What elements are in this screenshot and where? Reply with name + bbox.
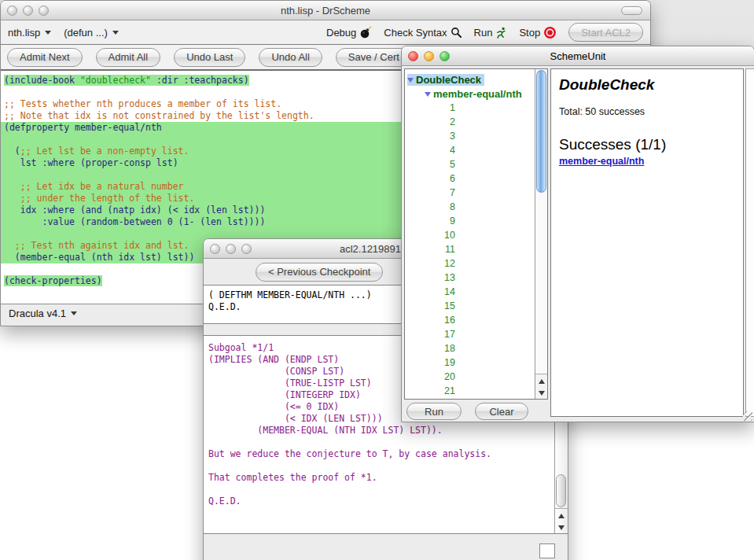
undo-all-button[interactable]: Undo All <box>259 48 322 67</box>
drscheme-titlebar[interactable]: nth.lisp - DrScheme <box>1 1 650 20</box>
bomb-icon <box>359 26 372 39</box>
tree-item-case[interactable]: 4 <box>405 143 535 157</box>
resize-grip-icon[interactable] <box>743 411 752 421</box>
arrow-up-icon <box>558 510 565 518</box>
clear-button[interactable]: Clear <box>475 403 528 420</box>
tree-item-case[interactable]: 6 <box>405 171 535 186</box>
check-syntax-button[interactable]: Check Syntax <box>384 27 462 39</box>
tree-item-case[interactable]: 9 <box>405 214 535 228</box>
detail-heading: DoubleCheck <box>559 76 735 94</box>
tree-item-case[interactable]: 8 <box>405 200 535 214</box>
debug-button[interactable]: Debug <box>326 26 372 39</box>
scroll-down-button[interactable] <box>535 387 547 400</box>
tree-item-case[interactable]: 1 <box>405 101 535 115</box>
runner-icon <box>495 27 507 39</box>
minimize-icon[interactable] <box>226 244 236 254</box>
disclosure-triangle-icon[interactable] <box>425 92 431 100</box>
window-title: SchemeUnit <box>402 50 754 62</box>
zoom-icon[interactable] <box>241 244 252 254</box>
file-menu[interactable]: nth.lisp <box>8 27 51 39</box>
scrollbar-thumb[interactable] <box>556 474 566 507</box>
total-successes-label: Total: 50 successes <box>559 106 735 117</box>
tree-item-case[interactable]: 20 <box>405 370 535 384</box>
test-detail-panel: DoubleCheck Total: 50 successes Successe… <box>550 68 744 417</box>
close-icon[interactable] <box>7 6 17 16</box>
zoom-icon[interactable] <box>440 51 450 61</box>
scroll-up-button[interactable] <box>535 374 547 387</box>
chevron-down-icon <box>45 31 51 38</box>
tree-item-case[interactable]: 19 <box>405 356 535 370</box>
magnifier-icon <box>451 27 462 39</box>
tree-item-case[interactable]: 3 <box>405 129 535 143</box>
disclosure-triangle-icon[interactable] <box>407 78 414 86</box>
start-acl2-button[interactable]: Start ACL2 <box>568 23 643 42</box>
tree-item-case[interactable]: 7 <box>405 186 535 200</box>
collapse-button[interactable] <box>621 6 642 15</box>
arrow-down-icon <box>539 391 545 399</box>
desktop: nth.lisp - DrScheme nth.lisp (defun ...)… <box>0 0 754 560</box>
stop-button[interactable]: Stop <box>519 26 557 39</box>
schemeunit-window: SchemeUnit DoubleCheck member-equal/nth <box>401 46 754 422</box>
tree-item-case[interactable]: 5 <box>405 157 535 171</box>
tree-item-case[interactable]: 14 <box>405 285 535 299</box>
minimize-icon[interactable] <box>424 51 434 61</box>
tree-item-case[interactable]: 17 <box>405 327 535 341</box>
tree-item-case[interactable]: 10 <box>405 228 535 242</box>
schemeunit-titlebar[interactable]: SchemeUnit <box>402 46 754 66</box>
tree-item-case[interactable]: 11 <box>405 242 535 256</box>
tree-item-case[interactable]: 2 <box>405 115 535 129</box>
acl2-bottom-bar <box>204 534 568 560</box>
status-box[interactable] <box>539 543 555 558</box>
test-tree-panel: DoubleCheck member-equal/nth 12345678910… <box>404 68 548 400</box>
tree-item-doublecheck[interactable]: DoubleCheck <box>405 72 535 87</box>
tree-item-case[interactable]: 16 <box>405 313 535 327</box>
run-button[interactable]: Run <box>474 27 508 39</box>
run-tests-button[interactable]: Run <box>406 403 462 420</box>
previous-checkpoint-button[interactable]: < Previous Checkpoint <box>256 263 383 282</box>
language-label: Dracula v4.1 <box>9 308 66 319</box>
defun-menu[interactable]: (defun ...) <box>64 27 119 39</box>
undo-last-button[interactable]: Undo Last <box>174 48 245 67</box>
admit-all-button[interactable]: Admit All <box>96 48 161 67</box>
zoom-icon[interactable] <box>39 6 49 16</box>
detail-scrollbar[interactable] <box>745 68 754 417</box>
arrow-down-icon <box>558 525 565 533</box>
scrollbar-thumb[interactable] <box>536 70 546 193</box>
successes-heading: Successes (1/1) <box>559 136 735 153</box>
tree-item-suite[interactable]: member-equal/nth <box>405 87 535 101</box>
chevron-down-icon <box>112 31 119 38</box>
selected-row: DoubleCheck <box>407 74 484 86</box>
scroll-up-button[interactable] <box>555 509 568 521</box>
chevron-down-icon <box>71 311 77 319</box>
tree-item-case[interactable]: 13 <box>405 271 535 285</box>
tree-item-case[interactable]: 18 <box>405 341 535 356</box>
window-title: nth.lisp - DrScheme <box>1 5 650 17</box>
close-icon[interactable] <box>210 244 220 254</box>
suite-link[interactable]: member-equal/nth <box>559 156 644 167</box>
arrow-up-icon <box>539 376 545 384</box>
admit-next-button[interactable]: Admit Next <box>7 48 83 67</box>
tree-scrollbar[interactable] <box>535 69 547 399</box>
tree-item-case[interactable]: 15 <box>405 299 535 313</box>
stop-icon <box>543 26 557 39</box>
close-icon[interactable] <box>408 51 418 61</box>
tree-item-case[interactable]: 12 <box>405 256 535 271</box>
scroll-down-button[interactable] <box>555 521 568 534</box>
minimize-icon[interactable] <box>23 6 33 16</box>
drscheme-toolbar: nth.lisp (defun ...) Debug <box>1 20 650 45</box>
tree-case-list: 123456789101112131415161718192021 <box>405 101 535 398</box>
tree-item-case[interactable]: 21 <box>405 384 535 398</box>
